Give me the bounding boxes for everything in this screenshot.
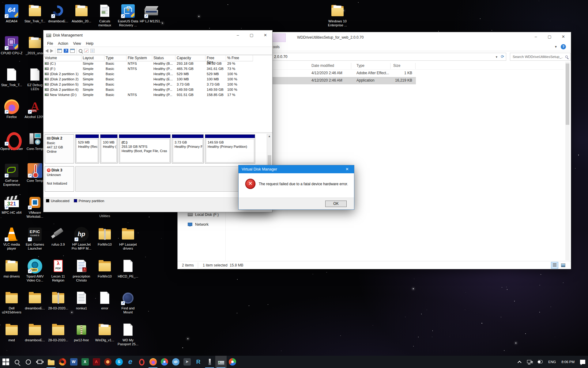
console-tree-icon[interactable] [57,49,62,53]
taskbar-media-app-button[interactable] [227,356,238,368]
volume-row[interactable]: (Disk 2 partition 1)SimpleBasicHealthy (… [43,72,272,77]
desktop-icon-tipard-amv-video-co[interactable]: AMV↗Tipard AMV Video Co... [23,259,47,282]
desktop-icon-med[interactable]: med [0,323,23,342]
check-disk-icon[interactable]: ✓ [84,49,89,53]
desktop-icon-lecon-11-religion[interactable]: λPDFLecon 11 Religion [47,259,70,282]
help-icon[interactable]: ? [561,44,566,49]
dm-close-button[interactable]: ✕ [258,31,272,40]
taskbar-r-app-button[interactable]: R [193,356,204,368]
desktop-icon-find-and-mount[interactable]: ↗Find and Mount [116,291,140,314]
desktop-icon-rufus-3-9[interactable]: rufus-3.9 [47,227,70,247]
taskbar-dark-app-button[interactable]: ➤ [181,356,193,368]
desktop-icon-hp-laserjet-pro-mfp-m[interactable]: hp↗HP LaserJet Pro MFP M... [70,227,93,251]
desktop-icon-firefox[interactable]: ↗Firefox [0,99,23,119]
desktop-icon-vlc-media-player[interactable]: ↗VLC media player [0,227,23,251]
desktop-icon-opera-browser[interactable]: ↗Opera Browser [0,131,23,151]
desktop-icon-fixwin10[interactable]: FixWin10 [93,259,116,278]
column-header-free[interactable]: % Free [226,55,253,61]
desktop-icon-epic-games-launcher[interactable]: EPICGAMES↗Epic Games Launcher [23,227,47,251]
thumbnail-view-toggle[interactable] [560,262,567,268]
taskbar-edge-button[interactable]: e [125,356,136,368]
taskbar-disk-management-button[interactable] [215,356,227,368]
desktop-icon-dreamboxe[interactable]: ↗dreamboxE... [47,4,70,23]
menu-view[interactable]: View [71,41,84,46]
desktop-icon-msi-drivers[interactable]: msi drivers [0,259,23,278]
disk2-info-panel[interactable]: Disk 2 Basic 447.12 GB Online [45,134,74,163]
menu-file[interactable]: File [45,41,55,46]
desktop-icon-cpuid-cpu-z[interactable]: ↗CPUID CPU-Z [0,36,23,55]
file-column-type[interactable]: Type [356,63,364,68]
taskbar-swirl-app-button[interactable] [57,356,68,368]
taskbar-excel-button[interactable]: X [79,356,91,368]
desktop-icon-calculs-mentaux[interactable]: Calculs mentaux [93,4,116,27]
taskbar-word-button[interactable]: W [68,356,79,368]
refresh-icon[interactable]: ⟳ [501,54,504,59]
address-dropdown-icon[interactable]: ▼ [495,56,498,59]
desktop-icon-geforce-experience[interactable]: ↗GeForce Experience [0,163,23,187]
ribbon-collapse-chevron-icon[interactable]: ▼ [554,45,557,48]
taskbar-acrobat-button[interactable]: A [91,356,102,368]
volume-row[interactable]: (C:)SimpleBasicNTFSHealthy (B...293.18 G… [43,61,272,67]
taskbar-chrome-button[interactable] [159,356,170,368]
forward-icon[interactable] [50,49,53,53]
taskbar-file-explorer-button[interactable] [45,356,57,368]
partition-block[interactable]: (C:)293.18 GB NTFSHealthy (Boot, Page Fi… [119,134,171,163]
magnifier-icon[interactable] [79,49,82,53]
action-pane-icon[interactable] [70,49,75,53]
nav-item-network[interactable]: Network [188,221,209,228]
menu-help[interactable]: Help [84,41,96,46]
taskbar-alcohol-button[interactable] [102,356,113,368]
column-header-file-system[interactable]: File System [126,55,152,61]
desktop-icon-wd-my-passport-25[interactable]: WD My Passport 25... [116,323,140,346]
desktop-icon-star-trek-t[interactable]: Star_Trek_T... [0,67,23,87]
file-column-size[interactable]: Size [393,63,400,68]
dialog-titlebar[interactable]: Virtual Disk Manager ✕ [239,165,354,173]
taskbar-qbittorrent-button[interactable]: qb [170,356,181,368]
partition-block[interactable]: 100 MBHealthy ( [100,134,118,163]
taskbar-start-button[interactable] [0,356,11,368]
desktop-icon-windows-10-enterprise[interactable]: Windows 10 Enterprise ... [326,4,349,27]
taskbar-opera-button[interactable] [136,356,147,368]
dialog-close-button[interactable]: ✕ [340,165,354,173]
column-header-volume[interactable]: Volume [43,55,81,61]
column-header-layout[interactable]: Layout [81,55,104,61]
explorer-minimize-button[interactable]: – [529,32,543,41]
volume-row[interactable]: (Disk 2 partition 2)SimpleBasicHealthy (… [43,77,272,82]
action-center-button[interactable] [577,356,588,368]
desktop-icon-star-trek-t[interactable]: Star_Trek_T... [23,4,47,23]
file-list-scrollbar[interactable] [565,62,570,260]
taskbar-cortana-button[interactable] [23,356,34,368]
nav-item-local-disk-f[interactable]: Local Disk (F:) [188,211,219,218]
details-view-toggle[interactable] [551,262,558,268]
tray-expand-button[interactable] [516,356,524,368]
search-input[interactable]: Search WDDriveUtilitiesSetup_... [510,53,571,61]
desktop-icon-hbcd-pe[interactable]: HBCD_PE_... [116,259,140,278]
partition-block[interactable]: 3.73 GBHealthy (Primary F [172,134,204,163]
taskbar-search-button[interactable] [11,356,23,368]
desktop-icon-28-03-2020[interactable]: 28-03-2020... [47,323,70,342]
volume-row[interactable]: (Disk 2 partition 5)SimpleBasicHealthy (… [43,82,272,87]
desktop-icon-windlg-v1[interactable]: WinDlg_v1... [93,323,116,342]
desktop-icon-fixwin10[interactable]: FixWin10 [93,227,116,247]
column-header-capacity[interactable]: Capacity [175,55,205,61]
file-column-date-modified[interactable]: Date modified [311,63,334,68]
partition-block[interactable]: 529 MBHealthy (Rec [75,134,99,163]
desktop-icon-28-03-2020[interactable]: 28-03-2020... [47,291,70,310]
ok-button[interactable]: OK [325,201,347,207]
desktop-icon-easeus-data-recovery[interactable]: +↗EaseUS Data Recovery ... [116,4,140,27]
desktop-icon-dell-u2415drivers[interactable]: Dell u2415drivers [0,291,23,314]
disk3-region[interactable] [75,166,266,192]
taskbar-wd-tool-button[interactable] [204,356,215,368]
menu-action[interactable]: Action [55,41,70,46]
volume-row[interactable]: New Volume (D:)SimpleBasicNTFSHealthy (P… [43,93,272,98]
desktop-icon-prescription-christo[interactable]: Aprescription Christo [70,259,93,282]
desktop-icon-aladdin-20[interactable]: Aladdin_20... [70,4,93,23]
disk-management-titlebar[interactable]: Disk Management – ▢ ✕ [43,30,272,40]
taskbar-firefox-button[interactable] [147,356,159,368]
column-header-status[interactable]: Status [152,55,175,61]
dm-maximize-button[interactable]: ▢ [245,31,258,40]
explorer-maximize-button[interactable]: ▢ [543,32,556,41]
desktop-icon-nonka1[interactable]: nonka1 [70,291,93,310]
desktop-icon-error[interactable]: error [93,291,116,310]
desktop-icon-hp-lasarjet-drivers[interactable]: HP Lasarjet drivers [116,227,140,251]
